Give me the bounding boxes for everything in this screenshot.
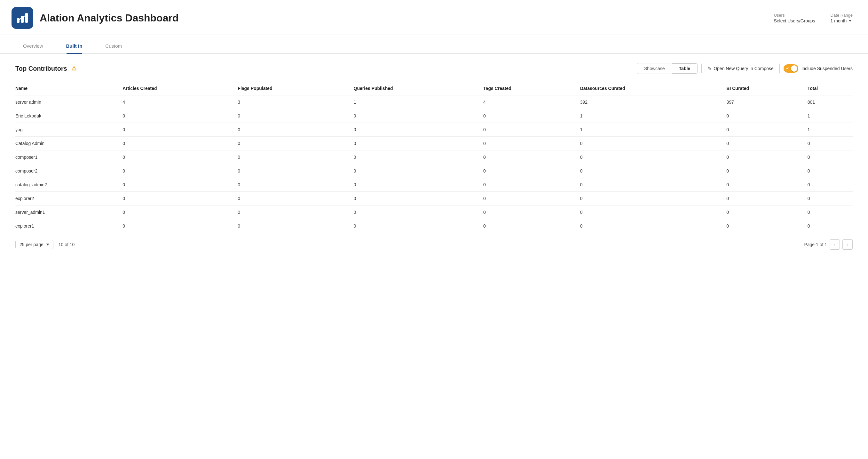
pagination: 25 per page 10 of 10 Page 1 of 1 ‹ ›	[16, 233, 852, 252]
app-logo	[11, 7, 33, 29]
table-cell: 0	[726, 178, 807, 192]
table-row: catalog_admin20000000	[16, 178, 852, 192]
toggle-knob	[791, 65, 797, 72]
tab-overview[interactable]: Overview	[11, 38, 55, 53]
users-control[interactable]: Users Select Users/Groups	[774, 13, 815, 23]
main-content: Top Contributors ⚠ Showcase Table ✎ Open…	[0, 54, 868, 261]
table-cell: 0	[726, 205, 807, 219]
app-title: Alation Analytics Dashboard	[40, 12, 179, 24]
table-cell: composer1	[16, 150, 123, 164]
table-cell: 0	[726, 137, 807, 150]
showcase-button[interactable]: Showcase	[637, 63, 672, 74]
table-cell: 0	[238, 164, 353, 178]
table-cell: 0	[123, 164, 238, 178]
table-cell: 0	[483, 219, 580, 233]
table-cell: 4	[123, 95, 238, 109]
table-cell: 0	[483, 192, 580, 205]
table-cell: 0	[726, 192, 807, 205]
record-count: 10 of 10	[59, 242, 75, 247]
contributors-table: Name Articles Created Flags Populated Qu…	[16, 82, 852, 233]
date-range-label: Date Range	[831, 13, 852, 18]
pagination-left: 25 per page 10 of 10	[16, 240, 74, 249]
table-cell: 0	[726, 150, 807, 164]
tab-built-in[interactable]: Built In	[55, 38, 94, 53]
table-cell: 0	[808, 137, 852, 150]
table-cell: 0	[580, 192, 726, 205]
table-cell: 0	[354, 123, 483, 137]
table-cell: 0	[808, 219, 852, 233]
table-row: explorer10000000	[16, 219, 852, 233]
table-cell: 0	[580, 150, 726, 164]
table-cell: 0	[354, 164, 483, 178]
table-cell: 0	[483, 109, 580, 123]
table-cell: 0	[580, 178, 726, 192]
table-row: Catalog Admin0000000	[16, 137, 852, 150]
table-cell: 0	[580, 137, 726, 150]
table-cell: 0	[238, 123, 353, 137]
tab-custom[interactable]: Custom	[94, 38, 133, 53]
prev-page-button[interactable]: ‹	[830, 239, 840, 250]
table-cell: 0	[238, 192, 353, 205]
include-suspended-label: Include Suspended Users	[802, 66, 852, 71]
table-cell: 0	[580, 205, 726, 219]
table-cell: 392	[580, 95, 726, 109]
table-cell: 1	[354, 95, 483, 109]
table-cell: 0	[483, 123, 580, 137]
table-row: server_admin10000000	[16, 205, 852, 219]
compose-button[interactable]: ✎ Open New Query In Compose	[701, 63, 780, 74]
per-page-selector[interactable]: 25 per page	[16, 240, 54, 249]
table-cell: 0	[483, 137, 580, 150]
table-cell: 0	[238, 205, 353, 219]
table-cell: 0	[808, 205, 852, 219]
table-cell: 1	[580, 109, 726, 123]
table-row: explorer20000000	[16, 192, 852, 205]
table-cell: 0	[354, 178, 483, 192]
table-cell: 0	[123, 137, 238, 150]
table-cell: 0	[123, 123, 238, 137]
table-row: yogi0000101	[16, 123, 852, 137]
per-page-chevron-icon	[46, 243, 49, 246]
col-queries-published: Queries Published	[354, 82, 483, 95]
users-value[interactable]: Select Users/Groups	[774, 18, 815, 23]
section-controls: Showcase Table ✎ Open New Query In Compo…	[637, 63, 852, 74]
table-cell: explorer1	[16, 219, 123, 233]
table-header-row: Name Articles Created Flags Populated Qu…	[16, 82, 852, 95]
logo-icon	[16, 11, 29, 25]
table-cell: 0	[483, 178, 580, 192]
table-cell: 0	[354, 150, 483, 164]
table-cell: 0	[238, 150, 353, 164]
col-tags-created: Tags Created	[483, 82, 580, 95]
col-bi-curated: BI Curated	[726, 82, 807, 95]
table-body: server admin4314392397801Eric Lekodak000…	[16, 95, 852, 233]
table-cell: 0	[238, 137, 353, 150]
tab-bar: Overview Built In Custom	[0, 38, 868, 54]
table-cell: 0	[238, 178, 353, 192]
chevron-down-icon	[848, 20, 852, 22]
section-header: Top Contributors ⚠ Showcase Table ✎ Open…	[16, 63, 852, 74]
include-suspended-toggle[interactable]: ✓	[783, 64, 798, 73]
next-page-button[interactable]: ›	[842, 239, 852, 250]
table-cell: 0	[808, 150, 852, 164]
table-cell: 0	[580, 219, 726, 233]
table-cell: 1	[580, 123, 726, 137]
toggle-check-icon: ✓	[786, 66, 789, 71]
col-datasources-curated: Datasources Curated	[580, 82, 726, 95]
table-row: Eric Lekodak0000101	[16, 109, 852, 123]
table-cell: 0	[726, 109, 807, 123]
table-cell: 0	[483, 164, 580, 178]
header: Alation Analytics Dashboard Users Select…	[0, 0, 868, 35]
table-cell: 0	[123, 192, 238, 205]
date-range-control[interactable]: Date Range 1 month	[831, 13, 852, 23]
table-cell: 3	[238, 95, 353, 109]
col-articles-created: Articles Created	[123, 82, 238, 95]
table-cell: server admin	[16, 95, 123, 109]
table-button[interactable]: Table	[672, 63, 698, 74]
table-cell: 1	[808, 109, 852, 123]
table-cell: 0	[726, 123, 807, 137]
col-total: Total	[808, 82, 852, 95]
page-label: Page 1 of 1	[804, 242, 827, 247]
table-cell: 0	[483, 205, 580, 219]
include-suspended-wrapper: ✓ Include Suspended Users	[783, 64, 852, 73]
date-range-value[interactable]: 1 month	[831, 18, 852, 23]
table-header: Name Articles Created Flags Populated Qu…	[16, 82, 852, 95]
